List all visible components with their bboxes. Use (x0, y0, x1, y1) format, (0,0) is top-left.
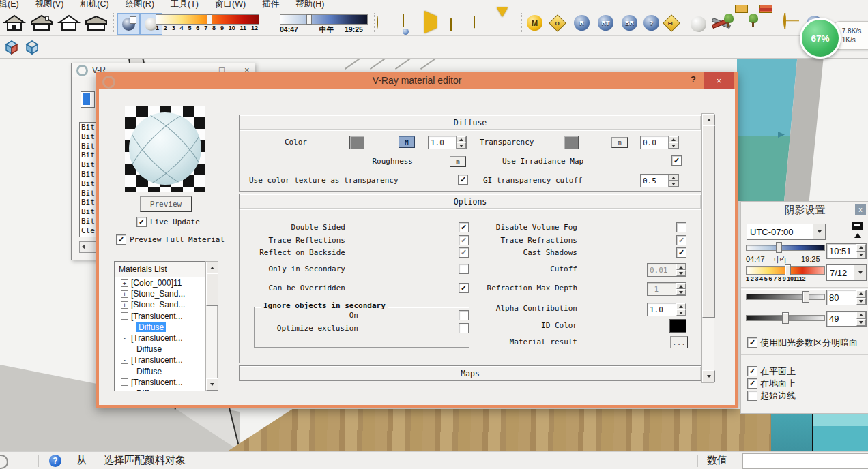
tree-row[interactable]: Diffuse (115, 388, 205, 391)
scroll-up-button[interactable] (206, 262, 218, 274)
materials-tree[interactable]: +[Color_000]11+[Stone_Sand...+[Stone_San… (114, 277, 206, 391)
section-display-button[interactable] (23, 38, 41, 59)
expand-icon[interactable]: + (121, 290, 128, 298)
menu-edit[interactable]: 编辑(E) (0, 0, 19, 10)
collapse-icon[interactable]: - (121, 312, 128, 320)
vray-sun-button[interactable] (783, 15, 786, 27)
shadow-date-slider[interactable] (156, 14, 259, 25)
tree-item-label[interactable]: Diffuse (136, 367, 162, 376)
date-value-dropdown[interactable]: 7/12 (826, 264, 867, 281)
diffuse-map-button[interactable]: M (399, 136, 415, 148)
rectangle-light-button[interactable] (403, 15, 409, 35)
tree-item-label[interactable]: [Translucent... (131, 312, 183, 321)
tree-row[interactable]: Diffuse (115, 366, 205, 377)
time-slider-handle[interactable] (776, 242, 782, 253)
ies-light-button[interactable] (497, 17, 508, 29)
vray-batch-render-button[interactable]: BR (622, 15, 637, 31)
tree-item-label[interactable]: [Translucent... (131, 333, 183, 343)
timezone-dropdown[interactable]: UTC-07:00 (747, 224, 826, 240)
tree-item-label[interactable]: [Color_000]11 (131, 278, 182, 288)
help-question-icon[interactable]: ? (49, 455, 61, 467)
measurements-input[interactable] (742, 453, 868, 469)
dark-slider-handle[interactable] (782, 312, 789, 324)
collapse-icon[interactable]: - (121, 378, 128, 386)
disable-fog-checkbox[interactable] (676, 222, 686, 232)
dark-slider[interactable] (746, 315, 825, 321)
use-sun-checkbox[interactable] (747, 337, 757, 348)
transparency-map-button[interactable]: m (611, 137, 628, 148)
tree-item-label[interactable]: [Stone_Sand... (131, 300, 185, 309)
menu-tools[interactable]: 工具(T) (171, 0, 199, 10)
materials-list-header[interactable]: Materials List (114, 261, 209, 277)
expand-icon[interactable]: + (121, 301, 128, 309)
cast-shadows-checkbox[interactable] (676, 247, 686, 258)
vray-rt-button[interactable]: RT (598, 15, 613, 31)
diffuse-rollout[interactable]: Diffuse (239, 115, 701, 130)
diffuse-color-swatch[interactable] (349, 136, 364, 149)
id-color-swatch[interactable] (669, 319, 686, 333)
scroll-down-button[interactable] (702, 370, 715, 382)
panel-close-button[interactable]: x (855, 204, 866, 215)
tree-item-label[interactable]: [Translucent... (131, 378, 183, 387)
view-front-button[interactable] (56, 13, 82, 33)
tree-row[interactable]: +[Color_000]11 (115, 277, 205, 288)
geolocation-icon[interactable] (0, 455, 8, 469)
use-irradiance-checkbox[interactable] (671, 155, 682, 166)
tree-row[interactable]: Diffuse (115, 322, 205, 333)
vray-options-button[interactable]: O (551, 17, 564, 29)
dialog-titlebar[interactable]: V-Ray material editor ? × (96, 72, 738, 89)
light-slider-handle[interactable] (802, 291, 809, 303)
dark-value-spinner[interactable]: 49 (826, 311, 867, 327)
use-color-texture-checkbox[interactable] (458, 175, 468, 185)
light-slider[interactable] (746, 294, 825, 300)
preview-button[interactable]: Preview (140, 196, 192, 212)
panel-time-slider[interactable] (746, 245, 825, 251)
menu-plugins[interactable]: 插件 (262, 0, 279, 10)
omni-light-button[interactable] (377, 16, 378, 29)
vray-render-button[interactable]: R (574, 15, 590, 31)
preview-full-checkbox[interactable] (116, 234, 126, 245)
view-top-button[interactable] (83, 13, 109, 33)
material-result-button[interactable]: ... (670, 336, 688, 348)
security-percent-badge[interactable]: 67% (800, 18, 841, 59)
scrollbar-thumb[interactable] (206, 273, 218, 306)
panel-expand-button[interactable] (852, 222, 865, 241)
vray-material-editor-button[interactable]: M (527, 15, 542, 31)
time-slider-handle[interactable] (306, 14, 312, 25)
dialog-close-button[interactable]: × (704, 72, 734, 89)
time-value-spinner[interactable]: 10:51 (826, 243, 867, 259)
params-scrollbar[interactable] (701, 113, 714, 383)
tree-row[interactable]: -[Translucent... (115, 377, 205, 388)
menu-view[interactable]: 视图(V) (35, 0, 64, 10)
tree-item-label[interactable]: Diffuse (136, 344, 162, 354)
tree-row[interactable]: +[Stone_Sand... (115, 288, 205, 299)
menu-window[interactable]: 窗口(W) (215, 0, 246, 10)
vray-framebuffer-button[interactable]: FL (665, 17, 678, 29)
gi-cutoff-spinner[interactable]: 0.5 (640, 174, 679, 187)
transparency-amount-spinner[interactable]: 0.0 (640, 136, 679, 149)
live-update-checkbox[interactable] (136, 217, 147, 227)
options-rollout[interactable]: Options (239, 194, 701, 209)
menu-camera[interactable]: 相机(C) (80, 0, 108, 10)
diffuse-amount-spinner[interactable]: 1.0 (428, 136, 467, 149)
tree-item-label[interactable]: [Stone_Sand... (131, 289, 185, 299)
panel-date-slider[interactable] (746, 266, 825, 275)
tree-item-label[interactable]: Diffuse (136, 389, 162, 391)
trace-refractions-checkbox[interactable] (676, 235, 686, 245)
on-faces-checkbox[interactable] (747, 366, 757, 376)
shadow-time-slider[interactable] (280, 14, 368, 25)
roughness-map-button[interactable]: m (450, 156, 466, 167)
tree-row[interactable]: -[Translucent... (115, 333, 205, 344)
vray-sphere-button[interactable] (691, 16, 706, 32)
date-slider-handle[interactable] (207, 14, 212, 25)
tree-row[interactable]: -[Translucent... (115, 354, 205, 365)
dialog-help-button[interactable]: ? (691, 74, 696, 85)
expand-icon[interactable]: + (121, 279, 128, 287)
sphere-light-button[interactable] (474, 16, 475, 29)
dropdown-arrow-icon[interactable] (854, 265, 866, 280)
tree-row[interactable]: Diffuse (115, 344, 205, 354)
section-plane-button[interactable] (3, 38, 20, 59)
view-back-button[interactable] (29, 13, 55, 33)
menu-draw[interactable]: 绘图(R) (126, 0, 154, 10)
date-slider-handle[interactable] (785, 264, 791, 275)
